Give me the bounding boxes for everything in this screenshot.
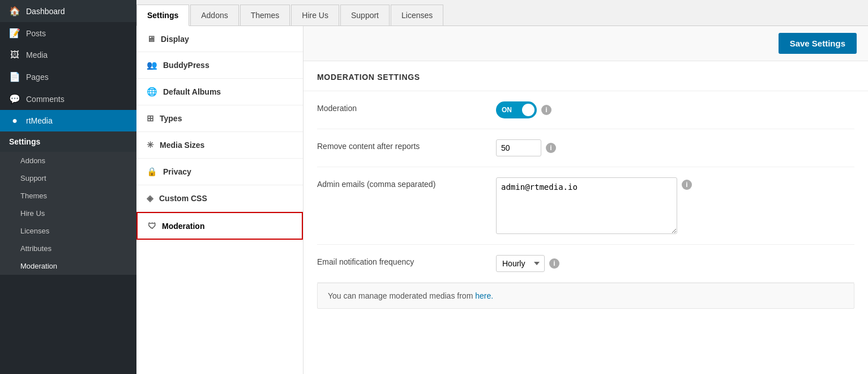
posts-icon: 📝 bbox=[9, 28, 20, 39]
sidebar-item-pages[interactable]: 📄 Pages bbox=[0, 66, 136, 88]
frequency-label: Email notification frequency bbox=[317, 255, 487, 266]
left-panel: 🖥 Display 👥 BuddyPress 🌐 Default Albums … bbox=[136, 26, 303, 374]
left-panel-buddypress[interactable]: 👥 BuddyPress bbox=[136, 52, 303, 79]
sidebar-sub-moderation[interactable]: Moderation bbox=[0, 257, 136, 275]
display-icon: 🖥 bbox=[147, 34, 155, 44]
sidebar-item-dashboard[interactable]: 🏠 Dashboard bbox=[0, 0, 136, 22]
left-panel-custom-css-label: Custom CSS bbox=[159, 194, 207, 203]
sidebar-settings-label: Settings bbox=[9, 137, 40, 146]
content-area: 🖥 Display 👥 BuddyPress 🌐 Default Albums … bbox=[136, 26, 868, 374]
frequency-select[interactable]: Hourly Daily Weekly bbox=[496, 255, 545, 272]
tab-hire-us[interactable]: Hire Us bbox=[291, 5, 339, 26]
info-link[interactable]: here. bbox=[475, 291, 493, 300]
left-panel-display-label: Display bbox=[161, 35, 189, 44]
left-panel-moderation-label: Moderation bbox=[162, 222, 204, 231]
settings-row-emails: Admin emails (comma separated) admin@rtm… bbox=[317, 167, 854, 245]
sidebar-item-rtmedia[interactable]: ● rtMedia bbox=[0, 110, 136, 131]
tab-licenses[interactable]: Licenses bbox=[391, 5, 443, 26]
settings-row-reports: Remove content after reports i bbox=[317, 129, 854, 167]
tab-addons[interactable]: Addons bbox=[190, 5, 238, 26]
left-panel-media-sizes-label: Media Sizes bbox=[160, 141, 204, 150]
sidebar-item-comments[interactable]: 💬 Comments bbox=[0, 88, 136, 110]
left-panel-custom-css[interactable]: ◈ Custom CSS bbox=[136, 185, 303, 212]
sidebar-submenu: Addons Support Themes Hire Us Licenses A… bbox=[0, 152, 136, 275]
types-icon: ⊞ bbox=[147, 113, 154, 124]
tab-bar: Settings Addons Themes Hire Us Support L… bbox=[136, 0, 868, 26]
pages-icon: 📄 bbox=[9, 71, 20, 82]
moderation-toggle[interactable]: ON bbox=[496, 101, 537, 118]
sidebar-item-media[interactable]: 🖼 Media bbox=[0, 44, 136, 66]
tab-settings[interactable]: Settings bbox=[136, 5, 189, 26]
sidebar-item-label: Dashboard bbox=[26, 7, 65, 16]
default-albums-icon: 🌐 bbox=[147, 87, 157, 97]
left-panel-moderation[interactable]: 🛡 Moderation bbox=[136, 212, 303, 240]
sidebar-item-label: Comments bbox=[26, 95, 65, 104]
media-sizes-icon: ✳ bbox=[147, 140, 154, 150]
tab-themes[interactable]: Themes bbox=[240, 5, 290, 26]
sidebar-sub-licenses[interactable]: Licenses bbox=[0, 222, 136, 240]
left-panel-types[interactable]: ⊞ Types bbox=[136, 105, 303, 132]
emails-control: admin@rtmedia.io i bbox=[496, 177, 692, 234]
settings-row-moderation: Moderation ON i bbox=[317, 91, 854, 129]
reports-label: Remove content after reports bbox=[317, 139, 487, 151]
save-bar: Save Settings bbox=[303, 26, 868, 61]
moderation-icon: 🛡 bbox=[148, 221, 156, 231]
sidebar: 🏠 Dashboard 📝 Posts 🖼 Media 📄 Pages 💬 Co… bbox=[0, 0, 136, 374]
emails-textarea[interactable]: admin@rtmedia.io bbox=[496, 177, 677, 234]
right-wrapper: Save Settings MODERATION SETTINGS Modera… bbox=[303, 26, 868, 374]
buddypress-icon: 👥 bbox=[147, 60, 157, 70]
sidebar-sub-themes[interactable]: Themes bbox=[0, 187, 136, 205]
sidebar-item-label: rtMedia bbox=[26, 116, 53, 125]
toggle-knob bbox=[522, 104, 535, 116]
frequency-info-icon[interactable]: i bbox=[549, 258, 559, 269]
left-panel-buddypress-label: BuddyPress bbox=[163, 61, 209, 70]
comments-icon: 💬 bbox=[9, 94, 20, 104]
sidebar-sub-hire-us[interactable]: Hire Us bbox=[0, 205, 136, 222]
settings-row-frequency: Email notification frequency Hourly Dail… bbox=[317, 245, 854, 283]
section-title: MODERATION SETTINGS bbox=[303, 61, 868, 91]
left-panel-display[interactable]: 🖥 Display bbox=[136, 26, 303, 52]
moderation-label: Moderation bbox=[317, 101, 487, 113]
moderation-control: ON i bbox=[496, 101, 551, 118]
info-text: You can manage moderated medias from bbox=[328, 291, 475, 300]
toggle-on-label: ON bbox=[502, 106, 512, 114]
sidebar-sub-addons[interactable]: Addons bbox=[0, 152, 136, 169]
sidebar-item-settings[interactable]: Settings bbox=[0, 131, 136, 152]
dashboard-icon: 🏠 bbox=[9, 6, 20, 16]
settings-rows: Moderation ON i Remove content after rep… bbox=[303, 91, 868, 283]
privacy-icon: 🔒 bbox=[147, 167, 157, 177]
info-box: You can manage moderated medias from her… bbox=[317, 283, 854, 309]
left-panel-default-albums-label: Default Albums bbox=[163, 87, 221, 96]
emails-info-icon[interactable]: i bbox=[682, 180, 692, 190]
reports-control: i bbox=[496, 139, 556, 156]
left-panel-types-label: Types bbox=[160, 114, 182, 123]
moderation-info-icon[interactable]: i bbox=[541, 105, 551, 115]
save-settings-button[interactable]: Save Settings bbox=[779, 33, 857, 54]
left-panel-default-albums[interactable]: 🌐 Default Albums bbox=[136, 79, 303, 105]
reports-input[interactable] bbox=[496, 139, 541, 156]
tab-support[interactable]: Support bbox=[340, 5, 390, 26]
left-panel-media-sizes[interactable]: ✳ Media Sizes bbox=[136, 132, 303, 159]
reports-info-icon[interactable]: i bbox=[546, 143, 556, 153]
sidebar-item-label: Media bbox=[26, 50, 48, 60]
emails-label: Admin emails (comma separated) bbox=[317, 177, 487, 189]
left-panel-privacy[interactable]: 🔒 Privacy bbox=[136, 159, 303, 185]
rtmedia-icon: ● bbox=[9, 116, 20, 126]
right-panel: Save Settings MODERATION SETTINGS Modera… bbox=[303, 26, 868, 374]
main-content: Settings Addons Themes Hire Us Support L… bbox=[136, 0, 868, 374]
frequency-control: Hourly Daily Weekly i bbox=[496, 255, 559, 272]
sidebar-item-label: Pages bbox=[26, 73, 49, 82]
media-icon: 🖼 bbox=[9, 50, 20, 60]
custom-css-icon: ◈ bbox=[147, 193, 153, 203]
sidebar-item-label: Posts bbox=[26, 29, 46, 38]
sidebar-item-posts[interactable]: 📝 Posts bbox=[0, 22, 136, 44]
sidebar-sub-attributes[interactable]: Attributes bbox=[0, 240, 136, 257]
sidebar-sub-support[interactable]: Support bbox=[0, 169, 136, 187]
left-panel-privacy-label: Privacy bbox=[163, 167, 191, 176]
